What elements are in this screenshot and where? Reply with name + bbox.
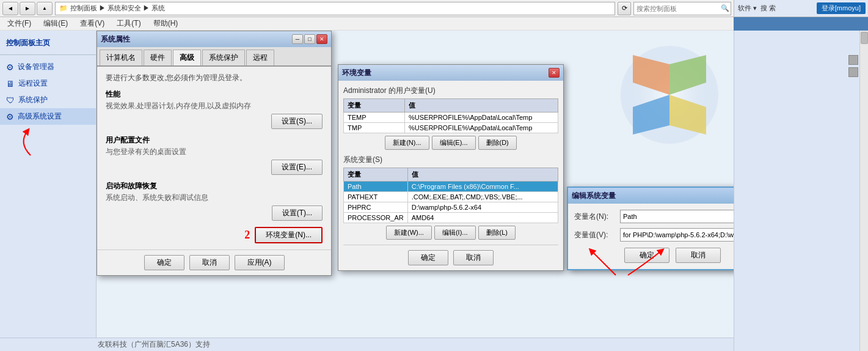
user-delete-btn[interactable]: 删除(D) bbox=[478, 136, 517, 150]
sidebar-item-advanced[interactable]: ⚙ 高级系统设置 bbox=[0, 108, 96, 125]
sys-props-close[interactable]: ✕ bbox=[316, 34, 327, 44]
edit-value-row: 变量值(V): bbox=[574, 228, 734, 242]
right-panel bbox=[734, 31, 868, 351]
sys-pathext-var: PATHEXT bbox=[344, 192, 408, 202]
support-text: 友联科技（广州百脑汇5A36）支持 bbox=[98, 339, 210, 350]
tab-advanced[interactable]: 高级 bbox=[173, 50, 201, 65]
tab-hardware[interactable]: 硬件 bbox=[144, 50, 172, 65]
scrollbar-thumb[interactable] bbox=[861, 32, 868, 44]
user-new-btn[interactable]: 新建(N)... bbox=[385, 136, 429, 150]
sys-props-tabs: 计算机名 硬件 高级 系统保护 远程 bbox=[97, 47, 331, 67]
search-icon: 🔍 bbox=[721, 4, 729, 12]
sidebar-item-remote-label: 远程设置 bbox=[18, 78, 48, 89]
env-vars-titlebar: 环境变量 ✕ bbox=[338, 65, 563, 81]
sys-vars-btns: 新建(W)... 编辑(I)... 删除(L) bbox=[343, 226, 558, 240]
env-vars-dialog: 环境变量 ✕ Administrator 的用户变量(U) 变量 值 bbox=[338, 64, 564, 271]
env-vars-ok-btn[interactable]: 确定 bbox=[408, 250, 448, 265]
sys-props-window-controls: ─ □ ✕ bbox=[292, 34, 327, 44]
back-button[interactable]: ◄ bbox=[2, 2, 18, 15]
sidebar-title[interactable]: 控制面板主页 bbox=[0, 35, 96, 55]
address-bar[interactable]: 📁 控制面板 ▶ 系统和安全 ▶ 系统 bbox=[55, 2, 615, 15]
startup-label: 启动和故障恢复 bbox=[106, 181, 323, 191]
user-profiles-text: 与您登录有关的桌面设置 bbox=[106, 147, 323, 157]
search-box[interactable]: 🔍 bbox=[633, 2, 731, 15]
user-badge: 登录[mmoyu] bbox=[817, 2, 866, 14]
sidebar-item-devices[interactable]: ⚙ 设备管理器 bbox=[0, 59, 96, 75]
env-vars-close[interactable]: ✕ bbox=[549, 68, 560, 78]
env-vars-btn[interactable]: 环境变量(N)... bbox=[255, 227, 323, 243]
user-row-tmp[interactable]: TMP %USERPROFILE%\AppData\Local\Temp bbox=[344, 123, 558, 133]
sys-props-max[interactable]: □ bbox=[304, 34, 315, 44]
sys-vars-table: 变量 值 Path C:\Program Files (x86)\Common … bbox=[343, 168, 558, 223]
sys-row-phprc[interactable]: PHPRC D:\wamp\php-5.6.2-x64 bbox=[344, 202, 558, 213]
edit-var-ok-btn[interactable]: 确定 bbox=[624, 248, 669, 263]
edit-var-titlebar: 编辑系统变量 ✕ bbox=[568, 188, 734, 204]
up-button[interactable]: ▲ bbox=[37, 2, 53, 15]
startup-settings-btn[interactable]: 设置(T)... bbox=[272, 205, 323, 221]
user-profiles-label: 用户配置文件 bbox=[106, 135, 323, 146]
user-row-temp[interactable]: TEMP %USERPROFILE%\AppData\Local\Temp bbox=[344, 113, 558, 123]
sys-val-col: 值 bbox=[407, 168, 558, 182]
sys-props-cancel-btn[interactable]: 取消 bbox=[189, 255, 230, 270]
sys-delete-btn[interactable]: 删除(L) bbox=[478, 226, 516, 240]
sys-row-processor[interactable]: PROCESSOR_AR AMD64 bbox=[344, 213, 558, 223]
sys-props-min[interactable]: ─ bbox=[292, 34, 303, 44]
tab-protection[interactable]: 系统保护 bbox=[202, 50, 245, 65]
edit-var-cancel-btn[interactable]: 取消 bbox=[676, 248, 721, 263]
menu-file[interactable]: 文件(F) bbox=[5, 17, 34, 30]
user-val-col: 值 bbox=[405, 99, 558, 113]
sys-edit-btn[interactable]: 编辑(I)... bbox=[434, 226, 476, 240]
edit-value-input[interactable] bbox=[620, 228, 734, 242]
sys-props-titlebar: 系统属性 ─ □ ✕ bbox=[97, 31, 331, 47]
env-vars-cancel-btn[interactable]: 取消 bbox=[453, 250, 494, 265]
sidebar-item-protection-label: 系统保护 bbox=[18, 95, 48, 105]
user-profiles-settings-btn[interactable]: 设置(E)... bbox=[271, 160, 323, 175]
performance-text: 视觉效果,处理器计划,内存使用,以及虚拟内存 bbox=[106, 101, 323, 111]
sys-processor-val: AMD64 bbox=[407, 213, 558, 223]
search-input[interactable] bbox=[636, 5, 721, 12]
user-vars-table: 变量 值 TEMP %USERPROFILE%\AppData\Local\Te… bbox=[343, 98, 558, 133]
sys-row-pathext[interactable]: PATHEXT .COM;.EXE;.BAT;.CMD;.VBS;.VBE;..… bbox=[344, 192, 558, 202]
right-icon-1[interactable] bbox=[848, 55, 858, 65]
performance-label: 性能 bbox=[106, 89, 323, 100]
scrollbar[interactable] bbox=[859, 31, 868, 351]
sys-var-col: 变量 bbox=[344, 168, 408, 182]
sys-props-dialog: 系统属性 ─ □ ✕ 计算机名 硬件 高级 系统保护 远程 要进行大多数更改,您… bbox=[97, 31, 332, 276]
menu-tools[interactable]: 工具(T) bbox=[114, 17, 143, 30]
sidebar-item-remote[interactable]: 🖥 远程设置 bbox=[0, 75, 96, 92]
sys-new-btn[interactable]: 新建(W)... bbox=[386, 226, 432, 240]
edit-var-content: 变量名(N): 变量值(V): 确定 取消 bbox=[568, 204, 734, 269]
protection-icon: 🛡 bbox=[6, 95, 15, 105]
edit-var-title: 编辑系统变量 bbox=[572, 191, 616, 201]
sidebar-item-protection[interactable]: 🛡 系统保护 bbox=[0, 92, 96, 108]
sys-props-apply-btn[interactable]: 应用(A) bbox=[235, 255, 285, 270]
env-vars-title: 环境变量 bbox=[342, 68, 371, 78]
annotation-2: 2 bbox=[244, 229, 250, 242]
user-var-col: 变量 bbox=[344, 99, 405, 113]
performance-settings-btn[interactable]: 设置(S)... bbox=[271, 114, 323, 129]
search-label[interactable]: 搜 索 bbox=[760, 4, 776, 13]
sys-props-ok-btn[interactable]: 确定 bbox=[144, 255, 184, 270]
support-bar: 友联科技（广州百脑汇5A36）支持 bbox=[0, 338, 734, 351]
right-icon-2[interactable] bbox=[848, 67, 858, 77]
windows-logo bbox=[618, 43, 721, 147]
tab-computer-name[interactable]: 计算机名 bbox=[100, 50, 142, 65]
sys-row-path[interactable]: Path C:\Program Files (x86)\Common F... bbox=[344, 182, 558, 192]
tab-remote[interactable]: 远程 bbox=[246, 50, 274, 65]
admin-note: 要进行大多数更改,您必须作为管理员登录。 bbox=[106, 73, 323, 83]
panel-content: 系统属性 ─ □ ✕ 计算机名 硬件 高级 系统保护 远程 要进行大多数更改,您… bbox=[97, 31, 734, 351]
software-label[interactable]: 软件 ▾ bbox=[738, 4, 757, 13]
edit-name-input[interactable] bbox=[620, 210, 734, 223]
env-btn-area: 2 环境变量(N)... bbox=[106, 227, 323, 243]
user-edit-btn[interactable]: 编辑(E)... bbox=[432, 136, 476, 150]
menu-help[interactable]: 帮助(H) bbox=[151, 17, 181, 30]
forward-button[interactable]: ► bbox=[20, 2, 35, 15]
menu-view[interactable]: 查看(V) bbox=[78, 17, 107, 30]
sys-phprc-var: PHPRC bbox=[344, 202, 408, 213]
user-vars-title: Administrator 的用户变量(U) bbox=[343, 86, 558, 96]
address-text: 控制面板 ▶ 系统和安全 ▶ 系统 bbox=[70, 4, 165, 13]
startup-text: 系统启动、系统失败和调试信息 bbox=[106, 193, 323, 203]
menu-edit[interactable]: 编辑(E) bbox=[41, 17, 70, 30]
refresh-button[interactable]: ⟳ bbox=[618, 2, 631, 15]
env-vars-bottom-btns: 确定 取消 bbox=[343, 245, 558, 265]
